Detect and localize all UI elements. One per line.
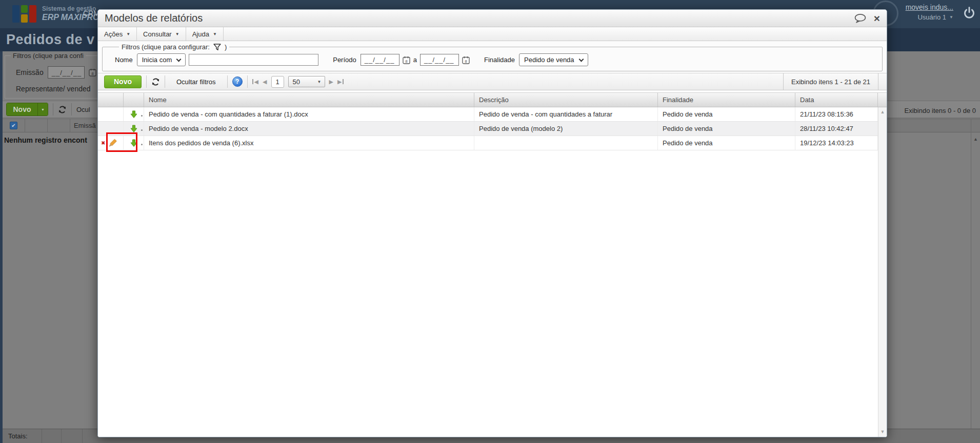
dialog-titlebar[interactable]: Modelos de relatórios ×	[98, 10, 887, 27]
col-nome[interactable]: Nome	[144, 93, 474, 107]
bg-new-order-button[interactable]: Novo ▼	[6, 103, 48, 116]
menu-ajuda[interactable]: Ajuda ▼	[186, 27, 224, 41]
name-filter-input[interactable]	[189, 54, 318, 66]
emissao-date-input[interactable]: __/__/__	[48, 66, 85, 79]
name-filter-label: Nome	[115, 56, 133, 64]
chat-feedback-icon[interactable]	[854, 13, 867, 23]
calendar-icon[interactable]: 8	[403, 56, 410, 64]
cell-nome[interactable]: Pedido de venda - modelo 2.docx	[144, 122, 474, 136]
first-page-button[interactable]: ◀	[252, 79, 258, 85]
period-to-input[interactable]: __/__/__	[420, 54, 459, 66]
page-title: Pedidos de v	[6, 32, 95, 48]
menu-label: Ajuda	[192, 30, 209, 38]
grid-scrollbar[interactable]: ▲ ▼	[878, 107, 887, 437]
col-actions	[98, 93, 124, 107]
filters-panel: Filtros (clique para configurar: ) Nome …	[102, 43, 883, 71]
page-size-select[interactable]: 50 ▼	[288, 76, 325, 87]
pagination: ◀ ◀ 1 50 ▼ ▶ ▶	[252, 76, 344, 88]
grid-rows: Pedido de venda - com quantidades a fatu…	[98, 107, 878, 437]
purpose-value: Pedido de venda	[524, 56, 574, 64]
chevron-down-icon: ▼	[213, 32, 217, 36]
scroll-down-icon[interactable]: ▼	[881, 429, 885, 434]
current-page-indicator[interactable]: 1	[271, 76, 284, 88]
erp-maxiprod-logo	[12, 5, 36, 23]
user-menu[interactable]: Usuário 1▼	[917, 13, 953, 21]
filters-legend-text: Filtros (clique para configurar:	[122, 43, 210, 51]
menu-label: Consultar	[143, 30, 172, 38]
dialog-menubar: Ações ▼ Consultar ▼ Ajuda ▼	[98, 27, 887, 41]
logo-block-green	[21, 5, 28, 13]
logo-block-yellow	[21, 14, 28, 23]
table-row[interactable]: Pedido de venda - modelo 2.docx Pedido d…	[98, 122, 878, 136]
table-row[interactable]: ✖	[98, 136, 878, 150]
divider	[61, 429, 62, 443]
separator	[247, 75, 248, 88]
purpose-select[interactable]: Pedido de venda	[519, 53, 588, 66]
chevron-down-icon: ▼	[175, 32, 179, 36]
download-icon[interactable]	[130, 110, 137, 119]
purpose-filter-label: Finalidade	[484, 56, 515, 64]
select-all-checkbox[interactable]: ✔	[10, 122, 17, 129]
close-icon[interactable]: ×	[874, 14, 880, 23]
cell-descricao: Pedido de venda - com quantidades a fatu…	[474, 107, 658, 121]
new-template-button[interactable]: Novo	[104, 75, 142, 88]
bg-new-dropdown[interactable]: ▼	[37, 103, 48, 115]
hide-filters-button[interactable]: Ocultar filtros	[170, 73, 223, 90]
user-name: Usuário 1	[917, 13, 946, 21]
templates-grid: Nome Descrição Finalidade Data	[98, 92, 887, 437]
col-download	[124, 93, 144, 107]
refresh-icon[interactable]	[151, 78, 160, 86]
name-operator-select[interactable]: Inicia com	[137, 53, 186, 66]
bg-header-cell	[25, 119, 48, 132]
row-download-cell	[124, 107, 144, 121]
svg-text:8: 8	[465, 59, 467, 63]
separator	[53, 103, 53, 115]
cell-finalidade: Pedido de venda	[658, 136, 795, 150]
calendar-icon[interactable]: 8	[462, 56, 470, 64]
bg-filters-legend[interactable]: Filtros (clique para confi	[11, 52, 86, 60]
col-data[interactable]: Data	[795, 93, 878, 107]
separator	[227, 75, 228, 88]
emissao-label: Emissão	[16, 68, 44, 76]
table-row[interactable]: Pedido de venda - com quantidades a fatu…	[98, 107, 878, 122]
filters-legend[interactable]: Filtros (clique para configurar: )	[119, 43, 229, 51]
col-finalidade[interactable]: Finalidade	[658, 93, 795, 107]
menu-acoes[interactable]: Ações ▼	[98, 27, 137, 41]
separator	[71, 103, 72, 115]
help-icon[interactable]: ?	[232, 76, 243, 87]
cell-nome[interactable]: Pedido de venda - com quantidades a fatu…	[144, 107, 474, 121]
refresh-icon[interactable]	[58, 105, 67, 114]
account-link[interactable]: moveis indus...	[906, 3, 953, 11]
dialog-title: Modelos de relatórios	[105, 12, 203, 24]
dot-icon	[141, 144, 143, 145]
prev-page-button[interactable]: ◀	[263, 79, 267, 85]
chevron-down-icon: ▼	[949, 15, 953, 20]
scroll-up-icon[interactable]: ▲	[881, 109, 885, 114]
screen: Sistema de gestão ERP MAXIPROD CRM movei…	[0, 0, 980, 443]
bg-scrollbar-border	[971, 119, 971, 429]
period-from-input[interactable]: __/__/__	[361, 54, 399, 66]
scroll-up-icon[interactable]: ▲	[973, 137, 978, 142]
dialog-toolbar: Novo Ocultar filtros ? ◀ ◀ 1 50 ▼	[98, 73, 887, 90]
separator	[165, 75, 165, 88]
bg-hide-filters-button[interactable]: Ocul	[76, 106, 90, 113]
dot-icon	[141, 115, 143, 117]
col-descricao[interactable]: Descrição	[474, 93, 658, 107]
chevron-down-icon: ▼	[126, 32, 130, 36]
divider	[82, 429, 83, 443]
download-icon[interactable]	[130, 125, 137, 133]
bg-grid-header: ✔ Emissã	[3, 119, 98, 132]
menu-label: Ações	[104, 30, 123, 38]
power-logout-icon[interactable]	[963, 6, 976, 20]
delete-icon[interactable]: ✖	[101, 140, 105, 146]
funnel-filter-icon[interactable]	[213, 44, 221, 51]
last-page-button[interactable]: ▶	[337, 79, 344, 85]
next-page-button[interactable]: ▶	[329, 79, 333, 85]
chevron-down-icon	[176, 57, 182, 62]
dot-icon	[141, 129, 143, 131]
cell-nome[interactable]: Itens dos pedidos de venda (6).xlsx	[144, 136, 474, 150]
chevron-down-icon: ▼	[317, 80, 322, 84]
menu-consultar[interactable]: Consultar ▼	[137, 27, 186, 41]
calendar-icon[interactable]: 8	[89, 68, 96, 76]
cell-finalidade: Pedido de venda	[658, 107, 795, 121]
